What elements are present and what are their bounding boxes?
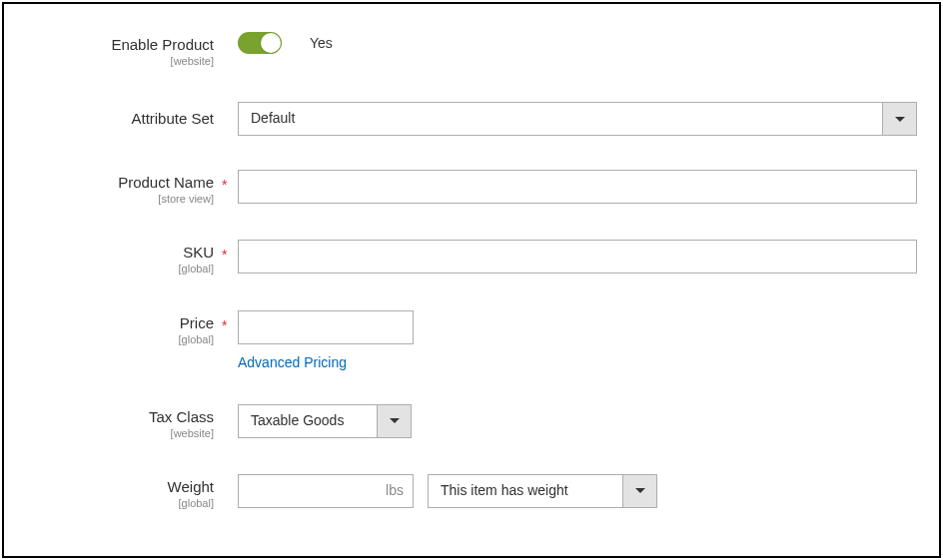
field-sku <box>238 240 917 274</box>
sku-input[interactable] <box>238 240 917 274</box>
field-attribute-set: Default <box>238 102 917 136</box>
dropdown-button[interactable] <box>377 405 411 437</box>
enable-product-toggle[interactable] <box>238 32 282 54</box>
row-product-name: Product Name [store view] * <box>32 170 911 206</box>
field-tax-class: Taxable Goods <box>238 404 911 438</box>
row-price: Price [global] * $ Advanced Pricing <box>32 310 911 370</box>
chevron-down-icon <box>390 418 400 423</box>
required-icon: * <box>222 177 227 193</box>
label-scope: [global] <box>32 333 214 346</box>
row-attribute-set: Attribute Set Default <box>32 102 911 136</box>
attribute-set-select[interactable]: Default <box>238 102 917 136</box>
required-marker-col: * <box>222 310 238 333</box>
enable-product-value-label: Yes <box>310 35 333 51</box>
field-weight: lbs This item has weight <box>238 474 911 508</box>
label-text: Weight <box>168 478 214 495</box>
required-marker-col: * <box>222 170 238 193</box>
chevron-down-icon <box>895 117 905 122</box>
label-scope: [website] <box>32 55 214 68</box>
required-marker-col: * <box>222 240 238 263</box>
tax-class-value: Taxable Goods <box>239 405 377 437</box>
label-weight: Weight [global] <box>32 474 222 510</box>
price-input[interactable] <box>238 310 414 344</box>
required-marker-col <box>222 474 238 481</box>
required-icon: * <box>222 247 227 263</box>
weight-has-weight-select[interactable]: This item has weight <box>428 474 657 508</box>
dropdown-button[interactable] <box>882 103 916 135</box>
label-text: Product Name <box>118 174 214 191</box>
advanced-pricing-link[interactable]: Advanced Pricing <box>238 354 347 370</box>
required-icon: * <box>222 317 227 333</box>
label-attribute-set: Attribute Set <box>32 102 222 128</box>
attribute-set-value: Default <box>239 103 882 135</box>
label-scope: [global] <box>32 497 214 510</box>
dropdown-button[interactable] <box>622 475 656 507</box>
field-price: $ Advanced Pricing <box>238 310 911 370</box>
row-tax-class: Tax Class [website] Taxable Goods <box>32 404 911 440</box>
weight-input[interactable] <box>238 474 414 508</box>
field-product-name <box>238 170 917 204</box>
required-marker-col <box>222 32 238 39</box>
product-name-input[interactable] <box>238 170 917 204</box>
toggle-knob <box>261 33 281 53</box>
row-weight: Weight [global] lbs This item has weight <box>32 474 911 510</box>
label-enable-product: Enable Product [website] <box>32 32 222 68</box>
label-tax-class: Tax Class [website] <box>32 404 222 440</box>
row-enable-product: Enable Product [website] Yes <box>32 32 911 68</box>
label-sku: SKU [global] <box>32 240 222 276</box>
weight-has-weight-value: This item has weight <box>429 475 622 507</box>
label-scope: [global] <box>32 263 214 276</box>
label-product-name: Product Name [store view] <box>32 170 222 206</box>
required-marker-col <box>222 404 238 411</box>
label-scope: [store view] <box>32 193 214 206</box>
label-text: Attribute Set <box>131 110 214 127</box>
label-text: Price <box>180 314 214 331</box>
label-text: Enable Product <box>111 36 214 53</box>
field-enable-product: Yes <box>238 32 911 54</box>
required-marker-col <box>222 102 238 109</box>
label-text: SKU <box>183 244 214 261</box>
label-price: Price [global] <box>32 310 222 346</box>
product-form: Enable Product [website] Yes Attribute S… <box>2 2 941 558</box>
tax-class-select[interactable]: Taxable Goods <box>238 404 412 438</box>
row-sku: SKU [global] * <box>32 240 911 276</box>
label-scope: [website] <box>32 427 214 440</box>
label-text: Tax Class <box>149 408 214 425</box>
chevron-down-icon <box>635 488 645 493</box>
